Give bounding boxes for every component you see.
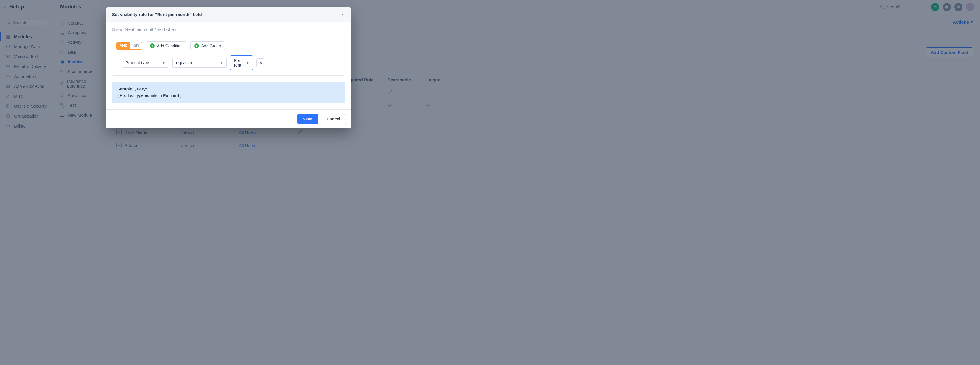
close-icon	[259, 61, 263, 65]
sample-query-label: Sample Query:	[117, 86, 340, 92]
and-option[interactable]: AND	[117, 42, 130, 49]
add-condition-button[interactable]: + Add Condition	[146, 41, 186, 50]
condition-value-label: For rent	[234, 58, 243, 67]
condition-value-select[interactable]: For rent ▼	[230, 56, 253, 70]
plus-circle-icon: +	[150, 43, 154, 48]
condition-operator-label: equals to	[176, 61, 193, 65]
chevron-down-icon: ▼	[162, 61, 165, 64]
modal-close-button[interactable]	[339, 11, 345, 18]
cancel-button[interactable]: Cancel	[321, 114, 346, 124]
close-icon	[340, 13, 344, 16]
add-group-label: Add Group	[201, 43, 221, 48]
and-or-toggle[interactable]: AND OR	[116, 42, 142, 49]
sample-query-text: ( Product type equals to For rent )	[117, 92, 340, 99]
modal-prompt: Show "Rent per month" field when	[112, 27, 345, 32]
condition-operator-select[interactable]: equals to ▼	[172, 58, 227, 68]
sample-query-box: Sample Query: ( Product type equals to F…	[112, 82, 345, 103]
save-button[interactable]: Save	[297, 114, 318, 124]
condition-field-select[interactable]: Product type ▼	[122, 58, 169, 68]
condition-field-label: Product type	[126, 61, 149, 65]
rule-builder: AND OR + Add Condition + Add Group Produ…	[112, 37, 345, 76]
condition-row: Product type ▼ equals to ▼ For rent ▼	[116, 56, 341, 70]
add-condition-label: Add Condition	[157, 43, 183, 48]
add-group-button[interactable]: + Add Group	[191, 41, 225, 50]
or-option[interactable]: OR	[130, 42, 142, 49]
chevron-down-icon: ▼	[220, 61, 223, 64]
chevron-down-icon: ▼	[246, 61, 249, 64]
modal-title: Set visibility rule for "Rent per month"…	[112, 12, 202, 17]
plus-circle-icon: +	[194, 43, 199, 48]
remove-condition-button[interactable]	[256, 58, 265, 67]
visibility-rule-modal: Set visibility rule for "Rent per month"…	[106, 7, 351, 128]
